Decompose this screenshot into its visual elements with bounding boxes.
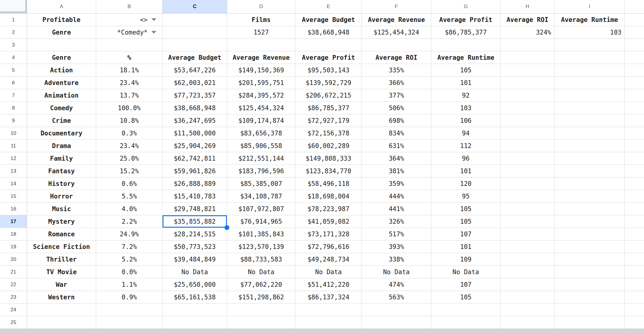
cell-I13[interactable] bbox=[554, 165, 625, 177]
cell-H16[interactable] bbox=[501, 203, 554, 215]
row-header-24[interactable]: 24 bbox=[0, 304, 27, 316]
cell-H5[interactable] bbox=[501, 64, 554, 76]
cell-C21[interactable]: No Data bbox=[163, 266, 227, 278]
cell-A22[interactable]: War bbox=[27, 278, 96, 291]
cell-C16[interactable]: $29,748,821 bbox=[163, 203, 227, 215]
cell-E8[interactable]: $86,785,377 bbox=[295, 102, 362, 114]
column-header-A[interactable]: A bbox=[27, 0, 96, 13]
cell-E6[interactable]: $139,592,729 bbox=[295, 77, 362, 89]
cell-B5[interactable]: 18.1% bbox=[96, 64, 163, 76]
cell-A19[interactable]: Science Fiction bbox=[27, 241, 96, 253]
cell-C15[interactable]: $15,410,783 bbox=[163, 190, 227, 202]
cell-I12[interactable] bbox=[554, 152, 625, 165]
cell-H18[interactable] bbox=[501, 228, 554, 240]
cell-D1[interactable]: Films bbox=[227, 14, 295, 26]
cell-H1[interactable]: Average ROI bbox=[501, 14, 554, 26]
cell-B1[interactable]: <> bbox=[96, 14, 163, 26]
cell-C2[interactable] bbox=[163, 26, 227, 38]
cell-I6[interactable] bbox=[554, 77, 625, 89]
cell-G5[interactable]: 105 bbox=[431, 64, 501, 76]
cell-C3[interactable] bbox=[163, 39, 227, 51]
cell-A12[interactable]: Family bbox=[27, 152, 96, 165]
cell-D6[interactable]: $201,595,751 bbox=[227, 77, 295, 89]
cell-H24[interactable] bbox=[501, 304, 554, 316]
cell-I8[interactable] bbox=[554, 102, 625, 114]
cell-A25[interactable] bbox=[27, 316, 96, 328]
cell-C12[interactable]: $62,742,811 bbox=[163, 152, 227, 165]
cell-G24[interactable] bbox=[431, 304, 501, 316]
cell-G14[interactable]: 120 bbox=[431, 177, 501, 190]
cell-E5[interactable]: $95,503,143 bbox=[295, 64, 362, 76]
cell-F6[interactable]: 366% bbox=[362, 77, 431, 89]
cell-D2[interactable]: 1527 bbox=[227, 26, 295, 38]
cell-B15[interactable]: 5.5% bbox=[96, 190, 163, 202]
cell-E1[interactable]: Average Budget bbox=[295, 14, 362, 26]
cell-D16[interactable]: $107,972,807 bbox=[227, 203, 295, 215]
cell-H3[interactable] bbox=[501, 39, 554, 51]
fill-handle[interactable] bbox=[224, 225, 229, 230]
row-header-16[interactable]: 16 bbox=[0, 203, 27, 215]
column-header-C[interactable]: C bbox=[163, 0, 227, 13]
row-header-8[interactable]: 8 bbox=[0, 102, 27, 114]
cell-B25[interactable] bbox=[96, 316, 163, 328]
cell-B4[interactable]: % bbox=[96, 51, 163, 64]
cell-F10[interactable]: 834% bbox=[362, 127, 431, 139]
row-header-6[interactable]: 6 bbox=[0, 77, 27, 89]
cell-B10[interactable]: 0.3% bbox=[96, 127, 163, 139]
cell-E19[interactable]: $72,796,616 bbox=[295, 241, 362, 253]
cell-F13[interactable]: 381% bbox=[362, 165, 431, 177]
cell-F25[interactable] bbox=[362, 316, 431, 328]
cell-H7[interactable] bbox=[501, 89, 554, 101]
column-header-I[interactable]: I bbox=[554, 0, 625, 13]
column-header-D[interactable]: D bbox=[227, 0, 295, 13]
row-header-21[interactable]: 21 bbox=[0, 266, 27, 278]
row-header-1[interactable]: 1 bbox=[0, 14, 27, 26]
cell-F3[interactable] bbox=[362, 39, 431, 51]
cell-I17[interactable] bbox=[554, 215, 625, 228]
cell-D20[interactable]: $88,733,583 bbox=[227, 253, 295, 265]
cell-I14[interactable] bbox=[554, 177, 625, 190]
cell-B21[interactable]: 0.0% bbox=[96, 266, 163, 278]
cell-H15[interactable] bbox=[501, 190, 554, 202]
cell-E3[interactable] bbox=[295, 39, 362, 51]
cell-A18[interactable]: Romance bbox=[27, 228, 96, 240]
cell-D24[interactable] bbox=[227, 304, 295, 316]
cell-C22[interactable]: $25,650,000 bbox=[163, 278, 227, 291]
cell-A10[interactable]: Documentary bbox=[27, 127, 96, 139]
cell-F20[interactable]: 338% bbox=[362, 253, 431, 265]
cell-C9[interactable]: $36,247,695 bbox=[163, 114, 227, 127]
cell-H8[interactable] bbox=[501, 102, 554, 114]
cell-E12[interactable]: $149,808,333 bbox=[295, 152, 362, 165]
row-header-22[interactable]: 22 bbox=[0, 278, 27, 291]
cell-B12[interactable]: 25.0% bbox=[96, 152, 163, 165]
cell-E18[interactable]: $73,171,328 bbox=[295, 228, 362, 240]
cell-F19[interactable]: 393% bbox=[362, 241, 431, 253]
cell-D15[interactable]: $34,108,787 bbox=[227, 190, 295, 202]
row-header-5[interactable]: 5 bbox=[0, 64, 27, 76]
cell-D22[interactable]: $77,062,220 bbox=[227, 278, 295, 291]
cell-B8[interactable]: 100.0% bbox=[96, 102, 163, 114]
cell-F4[interactable]: Average ROI bbox=[362, 51, 431, 64]
cell-G10[interactable]: 94 bbox=[431, 127, 501, 139]
row-header-19[interactable]: 19 bbox=[0, 241, 27, 253]
cell-D5[interactable]: $149,150,369 bbox=[227, 64, 295, 76]
cell-C24[interactable] bbox=[163, 304, 227, 316]
cell-F12[interactable]: 364% bbox=[362, 152, 431, 165]
cell-F15[interactable]: 444% bbox=[362, 190, 431, 202]
cell-A15[interactable]: Horror bbox=[27, 190, 96, 202]
cell-G19[interactable]: 101 bbox=[431, 241, 501, 253]
cell-F17[interactable]: 326% bbox=[362, 215, 431, 228]
cell-C20[interactable]: $39,484,849 bbox=[163, 253, 227, 265]
cell-F14[interactable]: 359% bbox=[362, 177, 431, 190]
cell-A7[interactable]: Animation bbox=[27, 89, 96, 101]
cell-F8[interactable]: 506% bbox=[362, 102, 431, 114]
cell-F23[interactable]: 563% bbox=[362, 291, 431, 303]
cell-F1[interactable]: Average Revenue bbox=[362, 14, 431, 26]
cell-C19[interactable]: $50,773,523 bbox=[163, 241, 227, 253]
cell-I7[interactable] bbox=[554, 89, 625, 101]
row-header-12[interactable]: 12 bbox=[0, 152, 27, 165]
cell-C7[interactable]: $77,723,357 bbox=[163, 89, 227, 101]
cell-D8[interactable]: $125,454,324 bbox=[227, 102, 295, 114]
cell-H19[interactable] bbox=[501, 241, 554, 253]
row-header-2[interactable]: 2 bbox=[0, 26, 27, 38]
